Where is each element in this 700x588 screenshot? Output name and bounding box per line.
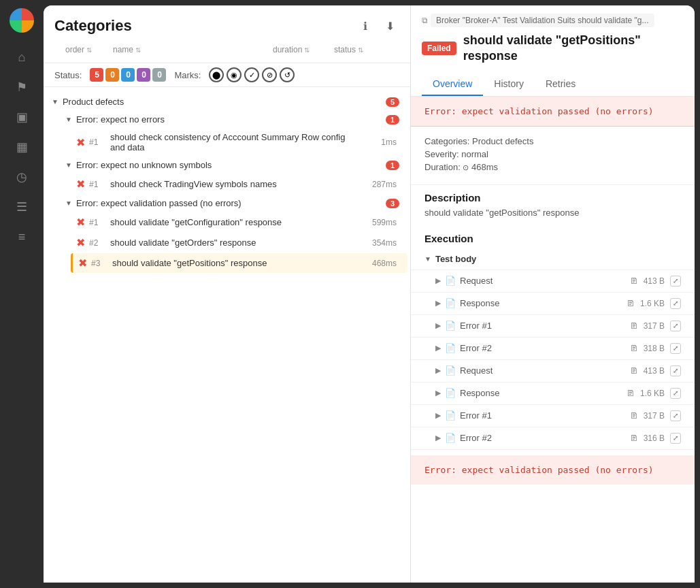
mark-circle-4[interactable]: ⊘ (262, 67, 277, 82)
list-icon: ☰ (16, 199, 27, 214)
sub-cat-count: 3 (386, 199, 399, 208)
expand-icon[interactable]: ▶ (435, 389, 441, 397)
tab-retries[interactable]: Retries (535, 73, 586, 96)
test-num: #2 (89, 238, 98, 248)
expand-icon[interactable]: ▶ (435, 434, 441, 442)
info-button[interactable]: ℹ (356, 16, 375, 35)
expand-icon[interactable]: ▶ (435, 321, 441, 330)
test-row[interactable]: ✖ #1 should validate "getConfiguration" … (71, 212, 407, 232)
tab-overview[interactable]: Overview (422, 73, 483, 96)
detail-severity: Severity: normal (424, 149, 681, 159)
status-badge-red[interactable]: 5 (90, 68, 103, 82)
body-item-label: Request (460, 365, 493, 376)
test-num: #1 (89, 218, 98, 227)
test-row-selected[interactable]: ✖ #3 should validate "getPositions" resp… (71, 253, 407, 273)
status-bar: Status: 5 0 0 0 0 Marks: ⬤ ◉ ✓ ⊘ ↺ (44, 63, 410, 87)
test-body-label: Test body (435, 254, 476, 264)
body-item-response-2: ▶ 📄 Response 🖹 1.6 KB ⤢ (411, 382, 695, 405)
sub-cat-name: Error: expect validation passed (no erro… (76, 198, 241, 208)
expand-button[interactable]: ⤢ (670, 343, 681, 354)
expand-icon[interactable]: ▶ (435, 366, 441, 375)
expand-icon[interactable]: ▶ (435, 276, 441, 285)
sidebar-item-clock[interactable]: ◷ (8, 163, 35, 191)
chevron-icon: ▼ (65, 161, 72, 169)
sub-cat-name: Error: expect no errors (76, 114, 165, 125)
expand-button[interactable]: ⤢ (670, 276, 681, 287)
status-badges: 5 0 0 0 0 (90, 68, 166, 82)
body-item-error2-2: ▶ 📄 Error #2 🖹 316 B ⤢ (411, 427, 695, 450)
test-name: should validate "getOrders" response (110, 238, 349, 248)
sidebar-item-flag[interactable]: ⚑ (8, 74, 35, 101)
col-name[interactable]: name ⇅ (113, 45, 273, 54)
col-status[interactable]: status ⇅ (334, 45, 388, 54)
expand-button[interactable]: ⤢ (670, 433, 681, 444)
mark-circle-1[interactable]: ⬤ (209, 67, 224, 82)
expand-icon[interactable]: ▶ (435, 411, 441, 420)
header-icons: ℹ ⬇ (356, 16, 399, 35)
error-icon: ✖ (76, 178, 85, 191)
expand-icon[interactable]: ▶ (435, 344, 441, 353)
sidebar-item-list[interactable]: ☰ (8, 193, 35, 220)
test-name: should validate "getConfiguration" respo… (110, 217, 349, 227)
expand-button[interactable]: ⤢ (670, 321, 681, 331)
mark-circle-5[interactable]: ↺ (280, 67, 295, 82)
sub-cat-header-no-errors[interactable]: ▼ Error: expect no errors 1 (57, 111, 410, 128)
tabs-bar: Overview History Retries (422, 73, 684, 96)
chevron-icon: ▼ (52, 98, 59, 105)
status-badge-purple[interactable]: 0 (137, 68, 150, 82)
body-item-size: 317 B (644, 411, 665, 421)
body-item-label: Error #2 (460, 433, 492, 443)
sub-cat-header-validation[interactable]: ▼ Error: expect validation passed (no er… (57, 195, 410, 212)
test-title-area: Failed should validate "getPositions" re… (422, 33, 684, 65)
category-name: Product defects (63, 97, 124, 107)
test-duration: 354ms (349, 238, 397, 248)
tab-history[interactable]: History (483, 73, 535, 96)
expand-icon[interactable]: ▶ (435, 299, 441, 308)
body-item-size: 317 B (644, 321, 665, 331)
col-order[interactable]: order ⇅ (65, 45, 113, 54)
left-header: Categories ℹ ⬇ order ⇅ name ⇅ (44, 5, 410, 63)
test-num: #1 (89, 137, 98, 147)
status-badge-blue[interactable]: 0 (121, 68, 135, 82)
test-row[interactable]: ✖ #1 should check TradingView symbols na… (71, 174, 407, 194)
file-size-icon: 🖹 (627, 299, 635, 308)
mark-circle-2[interactable]: ◉ (227, 67, 241, 82)
sidebar-item-chart[interactable]: ▦ (8, 133, 35, 161)
error-icon: ✖ (76, 216, 85, 229)
sidebar: ⌂ ⚑ ▣ ▦ ◷ ☰ ≡ (0, 0, 44, 588)
file-icon: 📄 (445, 343, 456, 353)
test-num: #3 (91, 259, 100, 268)
col-duration[interactable]: duration ⇅ (273, 45, 334, 54)
test-items-validation: ✖ #1 should validate "getConfiguration" … (57, 212, 410, 273)
status-badge-orange[interactable]: 0 (105, 68, 119, 82)
expand-button[interactable]: ⤢ (670, 388, 681, 399)
test-row[interactable]: ✖ #1 should check consistency of Acccoun… (71, 129, 407, 156)
test-num: #1 (89, 180, 98, 189)
category-count: 5 (386, 97, 399, 107)
category-header-product-defects[interactable]: ▼ Product defects 5 (44, 93, 410, 111)
left-panel: Categories ℹ ⬇ order ⇅ name ⇅ (44, 5, 411, 583)
clock-icon: ◷ (16, 169, 27, 184)
tree-list: ▼ Product defects 5 ▼ Error: expect no e… (44, 87, 410, 583)
expand-button[interactable]: ⤢ (670, 298, 681, 309)
detail-duration: Duration: ⊙ 468ms (424, 162, 681, 172)
mark-circle-3[interactable]: ✓ (244, 67, 259, 82)
sidebar-item-home[interactable]: ⌂ (8, 44, 35, 71)
sort-duration-icon: ⇅ (304, 46, 310, 54)
test-body-header[interactable]: ▼ Test body (411, 248, 695, 270)
download-button[interactable]: ⬇ (380, 16, 399, 35)
sub-cat-header-unknown-symbols[interactable]: ▼ Error: expect no unknown symbols 1 (57, 157, 410, 174)
sidebar-item-lines[interactable]: ≡ (8, 223, 35, 250)
test-name: should validate "getPositions" response (112, 258, 349, 268)
expand-button[interactable]: ⤢ (670, 410, 681, 421)
app-logo[interactable] (10, 8, 34, 33)
sub-category-validation: ▼ Error: expect validation passed (no er… (44, 195, 410, 273)
test-duration: 599ms (349, 218, 397, 227)
broker-title: Broker "Broker-A" Test Validation Suits … (431, 14, 654, 27)
sidebar-item-briefcase[interactable]: ▣ (8, 103, 35, 131)
test-row[interactable]: ✖ #2 should validate "getOrders" respons… (71, 233, 407, 252)
expand-button[interactable]: ⤢ (670, 365, 681, 376)
status-badge-gray[interactable]: 0 (152, 68, 166, 82)
right-content: Error: expect validation passed (no erro… (411, 97, 695, 583)
marks-icons: ⬤ ◉ ✓ ⊘ ↺ (209, 67, 295, 82)
